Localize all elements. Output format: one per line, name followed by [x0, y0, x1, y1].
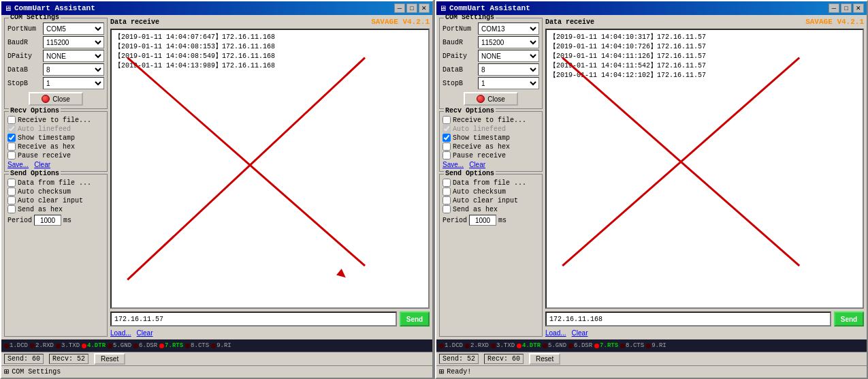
send-count-right: Send: 52 [439, 354, 479, 364]
send-options-title-left: Send Options [9, 170, 61, 177]
stopb-select-left[interactable]: 1 [43, 77, 104, 89]
save-btn-right[interactable]: Save... [443, 161, 464, 168]
svg-marker-3 [336, 269, 349, 281]
recv-clear-btn-left[interactable]: Clear [34, 161, 50, 168]
send-as-hex-label-right: Send as hex [453, 206, 498, 213]
auto-linefeed-check-left[interactable] [7, 125, 16, 133]
show-timestamp-check-right[interactable] [443, 134, 451, 142]
indicator-bar-left: 1.DCD 2.RXD 3.TXD 4.DTR 5.GND 6.DSR [1, 339, 432, 352]
recv-to-file-check-left[interactable] [7, 116, 16, 124]
stopb-label-right: StopB [443, 80, 477, 87]
baud-select-left[interactable]: 115200 [43, 36, 104, 48]
close-icon-left [42, 95, 50, 103]
pause-recv-check-right[interactable] [443, 151, 451, 160]
minimize-btn-right[interactable]: ─ [829, 3, 839, 13]
show-timestamp-label-left: Show timestamp [18, 134, 75, 142]
close-btn-label-right: Close [487, 95, 505, 103]
minimize-btn-left[interactable]: ─ [394, 3, 405, 13]
cts-dot-left [185, 344, 190, 348]
period-input-left[interactable] [34, 215, 61, 226]
send-as-hex-check-left[interactable] [7, 205, 16, 213]
data-receive-header-left: Data receive SAVAGE V4.2.1 [110, 18, 430, 26]
svg-line-0 [127, 58, 365, 280]
close-button-right[interactable]: Close [464, 92, 518, 106]
baud-select-right[interactable]: 115200 [478, 36, 539, 48]
close-button-left[interactable]: Close [29, 92, 83, 106]
send-clear-btn-left[interactable]: Clear [137, 329, 153, 337]
ind-dtr-left: 4.DTR [82, 342, 106, 349]
auto-clear-input-check-right[interactable] [443, 196, 451, 204]
save-btn-left[interactable]: Save... [7, 161, 29, 168]
recv-to-file-check-right[interactable] [443, 116, 451, 124]
recv-clear-btn-right[interactable]: Clear [469, 161, 485, 168]
send-row-left: Send [110, 312, 430, 327]
send-input-right[interactable] [545, 312, 831, 327]
auto-clear-input-check-left[interactable] [7, 196, 16, 204]
port-label-left: PortNum [7, 25, 42, 33]
com-settings-title-right: COM Settings [444, 15, 496, 21]
svg-line-2 [127, 58, 365, 266]
auto-clear-input-label-left: Auto clear input [18, 197, 83, 204]
status-bar-right: Send: 52 Recv: 60 Reset [436, 352, 867, 365]
rts-dot-left [159, 344, 164, 348]
pause-recv-check-left[interactable] [7, 151, 16, 160]
arrows-left [112, 30, 428, 307]
data-from-file-check-left[interactable] [7, 179, 16, 187]
close-btn-right[interactable]: ✕ [853, 3, 864, 13]
send-clear-btn-right[interactable]: Clear [572, 329, 588, 337]
auto-checksum-check-left[interactable] [7, 187, 16, 196]
recv-to-file-label-right: Receive to file... [453, 117, 526, 124]
data-receive-label-right: Data receive [545, 18, 594, 26]
stopb-select-right[interactable]: 1 [478, 77, 539, 89]
ind-rts-right: 7.RTS [594, 342, 618, 349]
reset-btn-left[interactable]: Reset [94, 353, 125, 365]
auto-checksum-label-right: Auto checksum [453, 188, 506, 196]
reset-btn-right[interactable]: Reset [529, 353, 560, 365]
data-from-file-check-right[interactable] [443, 179, 451, 187]
recv-as-hex-check-left[interactable] [7, 142, 16, 151]
recv-to-file-row-left: Receive to file... [7, 116, 104, 124]
data-line-right-4: 【2019-01-11 14:04:12:102】172.16.11.57 [549, 71, 860, 80]
load-btn-right[interactable]: Load... [545, 329, 566, 337]
show-timestamp-row-left: Show timestamp [7, 134, 104, 142]
window-controls-left[interactable]: ─ □ ✕ [394, 3, 430, 13]
recv-as-hex-label-left: Receive as hex [18, 143, 75, 151]
port-select-left[interactable]: COM5 [43, 22, 104, 35]
close-btn-left[interactable]: ✕ [419, 3, 430, 13]
datab-select-right[interactable]: 8 [478, 63, 539, 76]
recv-to-file-label-left: Receive to file... [18, 117, 91, 124]
dparity-label-right: DPaity [443, 52, 477, 60]
maximize-btn-left[interactable]: □ [406, 3, 417, 13]
send-button-left[interactable]: Send [400, 312, 430, 327]
period-input-right[interactable] [469, 215, 496, 226]
show-timestamp-check-left[interactable] [7, 134, 16, 142]
ind-dcd-right: 1.DCD [439, 342, 463, 349]
send-as-hex-check-right[interactable] [443, 205, 451, 213]
com-status-bar-right: ⊞ Ready! [436, 365, 867, 378]
dparity-select-left[interactable]: NONE [43, 50, 104, 62]
auto-checksum-check-right[interactable] [443, 187, 451, 196]
window-controls-right[interactable]: ─ □ ✕ [829, 3, 864, 13]
gnd-dot-left [108, 344, 112, 348]
auto-linefeed-check-right[interactable] [443, 125, 451, 133]
title-bar-right: 🖥 CommUart Assistant ─ □ ✕ [436, 1, 867, 15]
ind-txd-left: 3.TXD [56, 342, 80, 349]
ind-cts-left: 8.CTS [185, 342, 209, 349]
rxd-dot-left [30, 344, 35, 348]
port-select-right[interactable]: COM13 [478, 22, 539, 35]
ind-rxd-left: 2.RXD [30, 342, 54, 349]
send-button-right[interactable]: Send [834, 312, 864, 327]
auto-clear-input-label-right: Auto clear input [453, 197, 518, 204]
send-input-left[interactable] [110, 312, 397, 327]
savage-label-left: SAVAGE V4.2.1 [371, 18, 430, 26]
title-right: CommUart Assistant [449, 4, 530, 12]
load-btn-left[interactable]: Load... [110, 329, 131, 337]
recv-as-hex-label-right: Receive as hex [453, 143, 510, 151]
stopb-label-left: StopB [7, 80, 42, 87]
datab-select-left[interactable]: 8 [43, 63, 104, 76]
send-count-left: Send: 60 [4, 354, 44, 364]
maximize-btn-right[interactable]: □ [841, 3, 852, 13]
recv-as-hex-check-right[interactable] [443, 142, 451, 151]
ind-ri-right: 9.RI [646, 342, 666, 349]
dparity-select-right[interactable]: NONE [478, 50, 539, 62]
